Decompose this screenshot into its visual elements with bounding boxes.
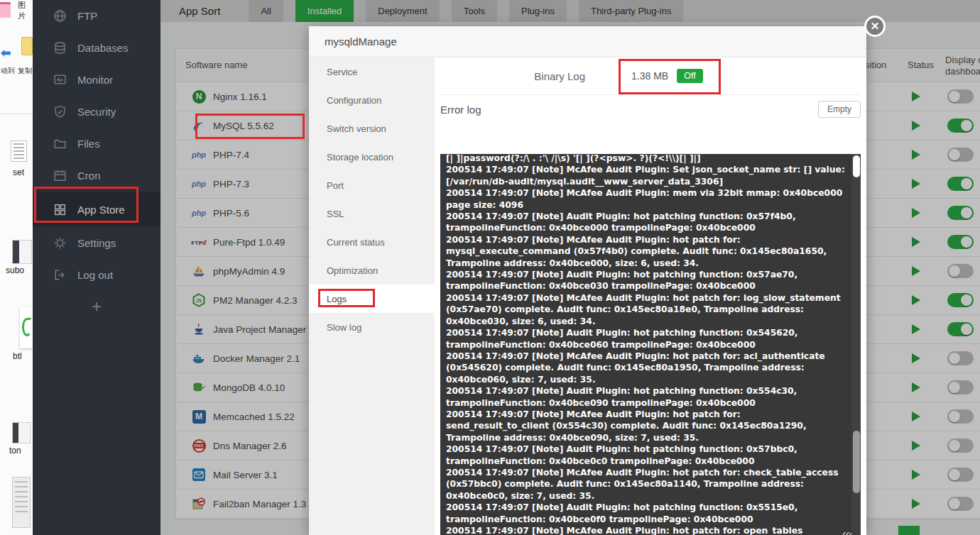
error-log-row: Error log Empty: [435, 95, 866, 123]
binary-log-size: 1.38 MB: [631, 70, 668, 82]
document-thumbnail-icon[interactable]: [12, 477, 31, 528]
modal-menu: Service Configuration Switch version Sto…: [309, 57, 435, 535]
console-scrollbar[interactable]: [851, 154, 861, 535]
menu-item-optimization[interactable]: Optimization: [309, 256, 435, 285]
modal-content: Binary Log 1.38 MB Off Error log Empty […: [435, 57, 866, 535]
mysqld-manage-modal: mysqldManage ✕ Service Configuration Swi…: [309, 26, 866, 535]
menu-item-logs[interactable]: Logs: [309, 285, 435, 313]
screenshot-thumbnail-icon[interactable]: [12, 240, 32, 264]
menu-item-port[interactable]: Port: [309, 171, 435, 199]
set-file-label: set: [13, 167, 24, 177]
menu-item-storage-location[interactable]: Storage location: [309, 143, 435, 171]
menu-item-current-status[interactable]: Current status: [309, 228, 435, 256]
error-log-label: Error log: [440, 104, 481, 116]
move-to-label: 动到: [1, 66, 15, 76]
binary-log-label: Binary Log: [534, 70, 585, 82]
close-icon: ✕: [871, 20, 880, 33]
scrollbar-top-thumb[interactable]: [853, 155, 860, 177]
subo-file-label: subo: [6, 265, 24, 275]
ton-file-label: ton: [9, 446, 21, 456]
screenshot-thumbnail-icon[interactable]: [12, 422, 31, 443]
btl-logo-icon: [22, 318, 32, 336]
error-log-console[interactable]: [| ]|password(?:/\ . :'\ /|\s) '[| ](?<p…: [440, 154, 861, 535]
document-file-icon[interactable]: [11, 140, 27, 162]
copy-label: 复制: [18, 66, 32, 76]
scrollbar-thumb[interactable]: [853, 431, 860, 493]
menu-item-slow-log[interactable]: Slow log: [309, 313, 435, 341]
menu-item-ssl[interactable]: SSL: [309, 199, 435, 228]
menu-item-switch-version[interactable]: Switch version: [309, 114, 435, 143]
folder-icon[interactable]: [21, 37, 33, 55]
textarea-resize-handle[interactable]: [843, 532, 851, 535]
screen: 图片 ⬅ 动到 复制 set subo btl ton FTP Database…: [0, 0, 980, 535]
desktop-pink-icon[interactable]: [0, 2, 11, 18]
error-log-console-text[interactable]: [| ]|password(?:/\ . :'\ /|\s) '[| ](?<p…: [440, 154, 851, 535]
btl-file-label: btl: [13, 351, 22, 361]
modal-title: mysqldManage: [325, 35, 397, 48]
binary-log-toggle-button[interactable]: Off: [677, 69, 702, 83]
divider: [0, 114, 33, 114]
empty-log-button[interactable]: Empty: [818, 101, 861, 118]
desktop-top-label: 图片: [18, 0, 33, 21]
back-arrow-icon[interactable]: ⬅: [1, 45, 11, 60]
close-button[interactable]: ✕: [864, 16, 886, 37]
binary-log-row: Binary Log 1.38 MB Off: [403, 57, 834, 94]
desktop-strip: 图片 ⬅ 动到 复制 set subo btl ton: [0, 0, 33, 535]
modal-header: mysqldManage: [309, 26, 866, 57]
